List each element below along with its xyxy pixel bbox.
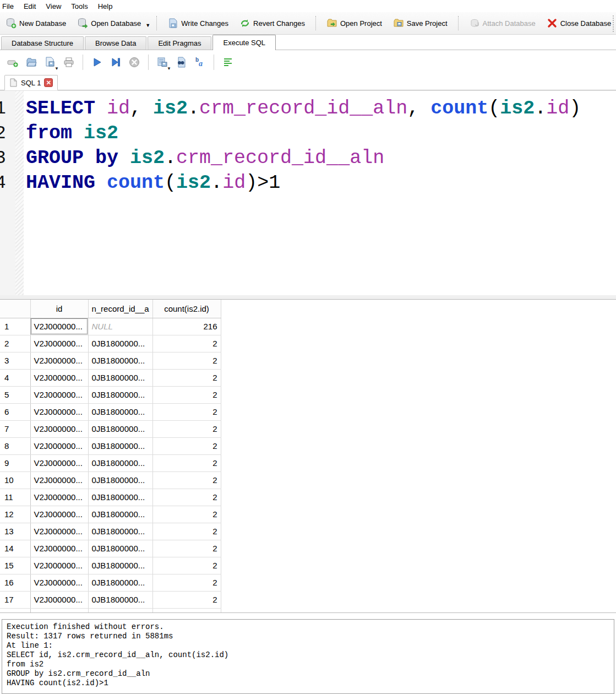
- row-number-cell[interactable]: 12: [0, 506, 30, 523]
- count-cell[interactable]: 2: [152, 335, 221, 352]
- print-button[interactable]: [59, 53, 78, 71]
- id-cell[interactable]: V2J000000...: [30, 420, 88, 437]
- row-number-cell[interactable]: 9: [0, 454, 30, 471]
- sql-editor-lines[interactable]: SELECT id, is2.crm_record_id__aln, count…: [24, 91, 616, 295]
- id-cell[interactable]: V2J000000...: [30, 574, 88, 591]
- save-sql-dropdown-caret[interactable]: ▼: [54, 66, 59, 71]
- open-sql-file-button[interactable]: [22, 53, 41, 71]
- id-cell[interactable]: V2J000000...: [30, 540, 88, 557]
- column-header-record-id[interactable]: n_record_id__a: [88, 300, 152, 318]
- row-number-cell[interactable]: 8: [0, 437, 30, 454]
- row-number-cell[interactable]: 2: [0, 335, 30, 352]
- sql-code-line[interactable]: from is2: [26, 121, 616, 146]
- menu-help[interactable]: Help: [93, 1, 118, 12]
- id-cell[interactable]: V2J000000...: [30, 471, 88, 489]
- id-cell[interactable]: V2J000000...: [30, 335, 88, 352]
- record-id-cell[interactable]: 0JB1800000...: [88, 386, 152, 403]
- record-id-cell[interactable]: 0JB1800000...: [88, 369, 152, 386]
- tab-database-structure[interactable]: Database Structure: [1, 36, 84, 50]
- count-cell[interactable]: 2: [152, 437, 221, 454]
- count-cell[interactable]: 2: [152, 489, 221, 506]
- row-number-cell[interactable]: 16: [0, 574, 30, 591]
- open-project-button[interactable]: Open Project: [322, 14, 386, 32]
- count-cell[interactable]: 2: [152, 420, 221, 437]
- record-id-cell[interactable]: 0JB1800000...: [88, 574, 152, 591]
- new-database-button[interactable]: New Database: [1, 14, 70, 32]
- find-button[interactable]: [172, 53, 190, 71]
- empty-cell[interactable]: [30, 608, 88, 613]
- id-cell[interactable]: V2J000000...: [30, 352, 88, 369]
- sql-code-line[interactable]: GROUP by is2.crm_record_id__aln: [26, 146, 616, 171]
- count-cell[interactable]: 2: [152, 574, 221, 591]
- row-number-cell[interactable]: 5: [0, 386, 30, 403]
- execution-log[interactable]: Execution finished without errors.Result…: [2, 619, 614, 694]
- align-lines-button[interactable]: [219, 53, 237, 71]
- id-cell[interactable]: V2J000000...: [30, 506, 88, 523]
- row-number-cell[interactable]: 3: [0, 352, 30, 369]
- row-number-cell[interactable]: 17: [0, 591, 30, 608]
- sql-code-line[interactable]: HAVING count(is2.id)>1: [26, 171, 616, 196]
- menu-tools[interactable]: Tools: [66, 1, 92, 12]
- count-cell[interactable]: 2: [152, 523, 221, 540]
- row-number-cell[interactable]: 10: [0, 471, 30, 489]
- tab-execute-sql[interactable]: Execute SQL: [212, 35, 276, 50]
- save-sql-file-button[interactable]: ▼: [41, 53, 59, 71]
- row-number-cell[interactable]: 1: [0, 318, 30, 335]
- count-cell[interactable]: 2: [152, 369, 221, 386]
- menu-file[interactable]: File: [0, 1, 19, 12]
- count-cell[interactable]: 2: [152, 540, 221, 557]
- tab-browse-data[interactable]: Browse Data: [85, 36, 146, 50]
- row-number-cell[interactable]: 7: [0, 420, 30, 437]
- menu-view[interactable]: View: [41, 1, 66, 12]
- id-cell[interactable]: V2J000000...: [30, 403, 88, 420]
- count-cell[interactable]: 2: [152, 454, 221, 471]
- record-id-cell[interactable]: 0JB1800000...: [88, 506, 152, 523]
- row-number-cell[interactable]: 13: [0, 523, 30, 540]
- id-cell[interactable]: V2J000000...: [30, 386, 88, 403]
- revert-changes-button[interactable]: Revert Changes: [235, 14, 309, 32]
- sql-editor[interactable]: 1234 SELECT id, is2.crm_record_id__aln, …: [0, 90, 616, 295]
- record-id-cell[interactable]: 0JB1800000...: [88, 420, 152, 437]
- row-number-cell[interactable]: 15: [0, 557, 30, 574]
- row-number-cell[interactable]: 11: [0, 489, 30, 506]
- execute-current-line-button[interactable]: [106, 53, 125, 71]
- save-results-dropdown-caret[interactable]: ▼: [167, 66, 171, 71]
- id-cell[interactable]: V2J000000...: [30, 591, 88, 608]
- editor-results-splitter[interactable]: [0, 295, 616, 299]
- count-cell[interactable]: 2: [152, 506, 221, 523]
- record-id-cell[interactable]: 0JB1800000...: [88, 454, 152, 471]
- execute-all-button[interactable]: [88, 53, 106, 71]
- record-id-cell[interactable]: 0JB1800000...: [88, 471, 152, 489]
- write-changes-button[interactable]: Write Changes: [163, 14, 233, 32]
- record-id-cell[interactable]: 0JB1800000...: [88, 523, 152, 540]
- tab-edit-pragmas[interactable]: Edit Pragmas: [148, 36, 211, 50]
- save-results-button[interactable]: ▼: [153, 53, 172, 71]
- record-id-cell[interactable]: 0JB1800000...: [88, 403, 152, 420]
- id-cell[interactable]: V2J000000...: [30, 437, 88, 454]
- record-id-cell[interactable]: 0JB1800000...: [88, 352, 152, 369]
- id-cell[interactable]: V2J000000...: [30, 523, 88, 540]
- sql-tab-1[interactable]: SQL 1 ✕: [4, 75, 58, 90]
- save-project-button[interactable]: Save Project: [389, 14, 452, 32]
- record-id-cell[interactable]: 0JB1800000...: [88, 591, 152, 608]
- count-cell[interactable]: 2: [152, 352, 221, 369]
- sql-tab-close-icon[interactable]: ✕: [44, 78, 53, 87]
- count-cell[interactable]: 2: [152, 557, 221, 574]
- row-number-cell[interactable]: 6: [0, 403, 30, 420]
- count-cell[interactable]: 216: [152, 318, 221, 335]
- record-id-cell[interactable]: NULL: [88, 318, 152, 335]
- sql-code-line[interactable]: SELECT id, is2.crm_record_id__aln, count…: [26, 96, 616, 121]
- empty-cell[interactable]: [152, 608, 221, 613]
- row-number-cell[interactable]: 14: [0, 540, 30, 557]
- count-cell[interactable]: 2: [152, 386, 221, 403]
- record-id-cell[interactable]: 0JB1800000...: [88, 335, 152, 352]
- menu-edit[interactable]: Edit: [19, 1, 41, 12]
- column-header-count[interactable]: count(is2.id): [152, 300, 221, 318]
- format-code-button[interactable]: b a: [190, 53, 209, 71]
- corner-header-cell[interactable]: [0, 300, 30, 318]
- open-database-button[interactable]: Open Database: [73, 14, 145, 32]
- empty-cell[interactable]: [0, 608, 30, 613]
- close-database-button[interactable]: Close Database: [542, 14, 616, 32]
- empty-cell[interactable]: [88, 608, 152, 613]
- count-cell[interactable]: 2: [152, 471, 221, 489]
